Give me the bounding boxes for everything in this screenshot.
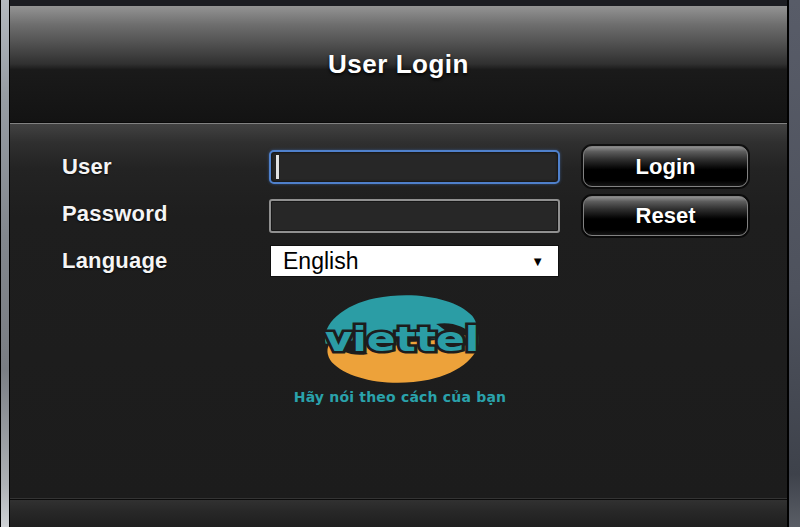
user-input[interactable] <box>269 150 560 184</box>
logo-wordmark: viettel <box>325 319 480 359</box>
page-title: User Login <box>328 49 469 80</box>
language-selected-value: English <box>271 246 531 276</box>
title-bar: User Login <box>10 6 787 122</box>
footer-bar <box>10 500 787 527</box>
window-frame-right <box>789 0 800 527</box>
logo-slogan: Hãy nói theo cách của bạn <box>250 389 550 405</box>
language-label: Language <box>62 248 168 274</box>
language-select[interactable]: English ▼ <box>270 245 559 277</box>
reset-button[interactable]: Reset <box>583 196 748 236</box>
password-input[interactable] <box>269 199 560 233</box>
login-button[interactable]: Login <box>583 146 748 187</box>
viettel-logo-graphic: viettel <box>318 290 486 388</box>
window-frame-left <box>1 0 9 527</box>
text-caret <box>276 155 279 179</box>
viettel-logo: viettel <box>318 290 486 388</box>
chevron-down-icon: ▼ <box>531 254 558 269</box>
user-label: User <box>62 154 112 180</box>
password-label: Password <box>62 201 168 227</box>
login-page: User Login User Password Language Englis… <box>0 0 800 527</box>
